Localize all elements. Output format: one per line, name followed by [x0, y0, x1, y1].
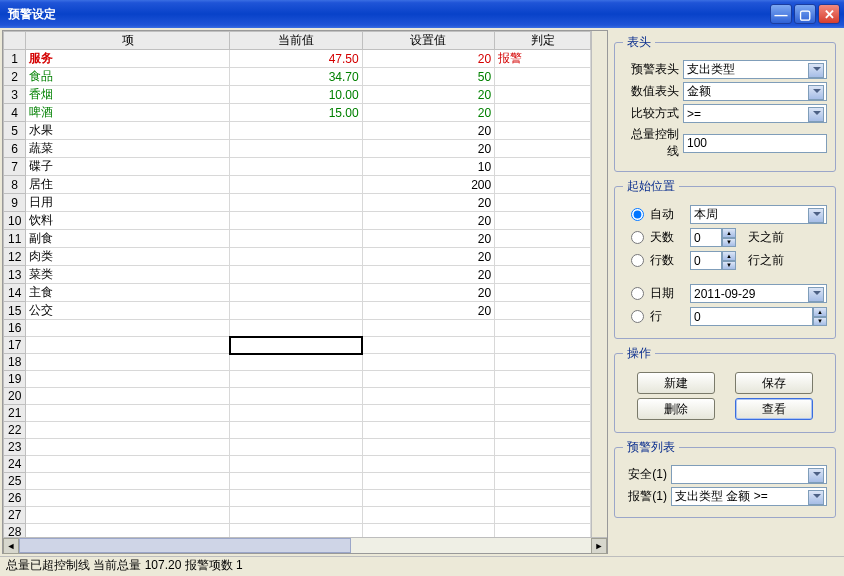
- cell-setval[interactable]: [362, 337, 494, 354]
- radio-row[interactable]: [631, 310, 644, 323]
- spin-up-icon[interactable]: ▲: [722, 251, 736, 261]
- row-number[interactable]: 3: [4, 86, 26, 104]
- cell-setval[interactable]: 20: [362, 212, 494, 230]
- vertical-scrollbar[interactable]: [591, 31, 607, 537]
- cell-current[interactable]: [230, 122, 362, 140]
- cell-setval[interactable]: 20: [362, 194, 494, 212]
- cell-setval[interactable]: 20: [362, 266, 494, 284]
- spin-down-icon[interactable]: ▼: [722, 261, 736, 271]
- cell-item[interactable]: 肉类: [26, 248, 230, 266]
- scroll-left-arrow[interactable]: ◄: [3, 538, 19, 554]
- cell-current[interactable]: [230, 354, 362, 371]
- cell-current[interactable]: [230, 405, 362, 422]
- cell-current[interactable]: [230, 456, 362, 473]
- delete-button[interactable]: 删除: [637, 398, 715, 420]
- maximize-button[interactable]: ▢: [794, 4, 816, 24]
- scroll-right-arrow[interactable]: ►: [591, 538, 607, 554]
- cell-current[interactable]: 34.70: [230, 68, 362, 86]
- cell-setval[interactable]: 20: [362, 284, 494, 302]
- cell-item[interactable]: 碟子: [26, 158, 230, 176]
- cell-judge[interactable]: [495, 284, 591, 302]
- cell-judge[interactable]: [495, 507, 591, 524]
- row-number[interactable]: 27: [4, 507, 26, 524]
- cell-current[interactable]: 47.50: [230, 50, 362, 68]
- cell-item[interactable]: [26, 388, 230, 405]
- spin-down-icon[interactable]: ▼: [813, 317, 827, 327]
- select-date[interactable]: 2011-09-29: [690, 284, 827, 303]
- cell-current[interactable]: [230, 320, 362, 337]
- cell-setval[interactable]: [362, 388, 494, 405]
- cell-setval[interactable]: 20: [362, 50, 494, 68]
- cell-current[interactable]: [230, 230, 362, 248]
- cell-judge[interactable]: [495, 456, 591, 473]
- spin-down-icon[interactable]: ▼: [722, 238, 736, 248]
- cell-item[interactable]: 副食: [26, 230, 230, 248]
- cell-judge[interactable]: [495, 158, 591, 176]
- cell-current[interactable]: [230, 266, 362, 284]
- row-number[interactable]: 5: [4, 122, 26, 140]
- cell-item[interactable]: [26, 490, 230, 507]
- cell-current[interactable]: [230, 507, 362, 524]
- cell-current[interactable]: [230, 490, 362, 507]
- select-safe[interactable]: [671, 465, 827, 484]
- radio-days[interactable]: [631, 231, 644, 244]
- row-number[interactable]: 4: [4, 104, 26, 122]
- cell-item[interactable]: [26, 354, 230, 371]
- cell-item[interactable]: 日用: [26, 194, 230, 212]
- row-number[interactable]: 2: [4, 68, 26, 86]
- cell-item[interactable]: [26, 337, 230, 354]
- cell-judge[interactable]: [495, 176, 591, 194]
- cell-setval[interactable]: [362, 490, 494, 507]
- cell-setval[interactable]: [362, 371, 494, 388]
- spin-up-icon[interactable]: ▲: [813, 307, 827, 317]
- cell-judge[interactable]: 报警: [495, 50, 591, 68]
- cell-setval[interactable]: 200: [362, 176, 494, 194]
- cell-judge[interactable]: [495, 405, 591, 422]
- cell-item[interactable]: [26, 320, 230, 337]
- cell-judge[interactable]: [495, 422, 591, 439]
- cell-item[interactable]: 饮料: [26, 212, 230, 230]
- row-number[interactable]: 14: [4, 284, 26, 302]
- row-number[interactable]: 16: [4, 320, 26, 337]
- select-alert[interactable]: 支出类型 金额 >=: [671, 487, 827, 506]
- spin-row[interactable]: 0 ▲▼: [690, 307, 827, 326]
- cell-setval[interactable]: 10: [362, 158, 494, 176]
- select-compare[interactable]: >=: [683, 104, 827, 123]
- cell-item[interactable]: [26, 507, 230, 524]
- cell-setval[interactable]: 50: [362, 68, 494, 86]
- minimize-button[interactable]: —: [770, 4, 792, 24]
- cell-item[interactable]: [26, 422, 230, 439]
- cell-current[interactable]: [230, 140, 362, 158]
- cell-judge[interactable]: [495, 68, 591, 86]
- cell-judge[interactable]: [495, 266, 591, 284]
- spin-rows[interactable]: 0 ▲▼: [690, 251, 738, 270]
- cell-item[interactable]: 香烟: [26, 86, 230, 104]
- horizontal-scrollbar[interactable]: ◄ ►: [3, 537, 607, 553]
- select-alert-header[interactable]: 支出类型: [683, 60, 827, 79]
- cell-setval[interactable]: [362, 473, 494, 490]
- row-number[interactable]: 6: [4, 140, 26, 158]
- save-button[interactable]: 保存: [735, 372, 813, 394]
- cell-current[interactable]: [230, 439, 362, 456]
- row-number[interactable]: 10: [4, 212, 26, 230]
- cell-current[interactable]: [230, 158, 362, 176]
- view-button[interactable]: 查看: [735, 398, 813, 420]
- cell-item[interactable]: 主食: [26, 284, 230, 302]
- cell-item[interactable]: [26, 371, 230, 388]
- row-number[interactable]: 23: [4, 439, 26, 456]
- cell-judge[interactable]: [495, 524, 591, 538]
- cell-current[interactable]: [230, 194, 362, 212]
- cell-judge[interactable]: [495, 473, 591, 490]
- cell-current[interactable]: [230, 284, 362, 302]
- row-number[interactable]: 1: [4, 50, 26, 68]
- cell-item[interactable]: 啤酒: [26, 104, 230, 122]
- close-button[interactable]: ✕: [818, 4, 840, 24]
- cell-judge[interactable]: [495, 212, 591, 230]
- cell-item[interactable]: [26, 456, 230, 473]
- new-button[interactable]: 新建: [637, 372, 715, 394]
- select-value-header[interactable]: 金额: [683, 82, 827, 101]
- cell-setval[interactable]: 20: [362, 230, 494, 248]
- row-number[interactable]: 20: [4, 388, 26, 405]
- cell-judge[interactable]: [495, 86, 591, 104]
- cell-item[interactable]: 蔬菜: [26, 140, 230, 158]
